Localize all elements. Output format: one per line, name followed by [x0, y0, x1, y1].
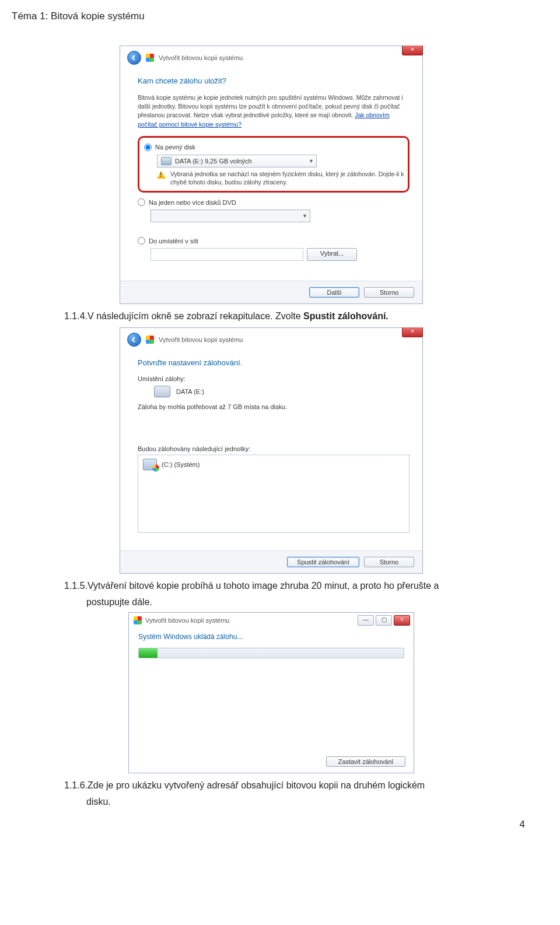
step-1-1-5: 1.1.5.Vytváření bitové kopie probíhá u t… [64, 581, 508, 591]
warning-icon [157, 170, 166, 179]
close-button[interactable]: × [402, 327, 423, 337]
progress-fill [139, 648, 158, 658]
option-hard-disk[interactable]: Na pevný disk [144, 144, 402, 151]
dialog-heading: Kam chcete zálohu uložit? [138, 76, 410, 85]
drive-select-value: DATA (E:) 9,25 GB volných [175, 158, 252, 165]
radio-network[interactable] [138, 237, 145, 245]
chevron-down-icon: ▼ [309, 158, 314, 164]
location-value: DATA (E:) [176, 388, 204, 395]
next-button[interactable]: Další [309, 287, 359, 298]
cancel-button[interactable]: Storno [364, 557, 414, 567]
window-title: Vytvořit bitovou kopii systému [145, 617, 229, 624]
units-listbox: (C:) (Systém) [138, 455, 410, 533]
option-dvd-label: Na jeden nebo více disků DVD [149, 199, 236, 206]
chevron-down-icon: ▼ [302, 213, 307, 219]
windows-flag-icon [146, 54, 154, 62]
warning-text: Vybraná jednotka se nachází na stejném f… [170, 170, 414, 186]
stop-backup-button[interactable]: Zastavit zálohování [326, 756, 405, 767]
radio-dvd[interactable] [138, 198, 145, 206]
step-1-1-4: 1.1.4.V následujícím okně se zobrazí rek… [64, 311, 508, 322]
warning-row: Vybraná jednotka se nachází na stejném f… [157, 170, 414, 186]
location-label: Umístění zálohy: [138, 375, 410, 382]
step-1-1-6: 1.1.6.Zde je pro ukázku vytvořený adresá… [64, 780, 508, 791]
page-number: 4 [12, 819, 525, 830]
radio-hard-disk[interactable] [144, 144, 152, 151]
dvd-select: ▼ [150, 210, 310, 222]
hdd-icon [154, 386, 170, 397]
dialog-info-text: Bitová kopie systému je kopie jednotek n… [138, 93, 410, 129]
cancel-button[interactable]: Storno [364, 287, 414, 298]
units-label: Budou zálohovány následující jednotky: [138, 445, 410, 452]
window-title: Vytvořit bitovou kopii systému [159, 336, 243, 343]
windows-flag-icon [134, 616, 142, 624]
space-estimate: Záloha by mohla potřebovat až 7 GB místa… [138, 403, 410, 410]
highlighted-option: Na pevný disk DATA (E:) 9,25 GB volných … [138, 136, 410, 193]
system-drive-icon [143, 459, 157, 470]
back-button[interactable] [127, 333, 141, 347]
window-title: Vytvořit bitovou kopii systému [159, 54, 243, 61]
dialog-backup-location: × Vytvořit bitovou kopii systému Kam chc… [120, 46, 423, 304]
page-heading: Téma 1: Bitová kopie systému [12, 11, 531, 22]
step-1-1-6b: disku. [86, 797, 531, 807]
maximize-button[interactable]: ▢ [376, 615, 392, 626]
step-1-1-5b: postupujte dále. [86, 597, 531, 608]
drive-select[interactable]: DATA (E:) 9,25 GB volných ▼ [157, 155, 317, 167]
windows-flag-icon [146, 336, 154, 344]
close-button[interactable]: × [402, 46, 423, 55]
option-hard-disk-label: Na pevný disk [155, 144, 195, 151]
arrow-left-icon [131, 337, 137, 343]
unit-c-label: (C:) (Systém) [162, 461, 200, 468]
network-path-input[interactable] [150, 248, 303, 261]
close-button[interactable]: × [394, 615, 410, 626]
start-backup-button[interactable]: Spustit zálohování [287, 557, 359, 567]
progress-bar [138, 648, 404, 658]
option-network[interactable]: Do umístění v síti [138, 237, 410, 245]
back-button[interactable] [127, 51, 141, 65]
dialog-backup-progress: Vytvořit bitovou kopii systému — ▢ × Sys… [128, 612, 414, 773]
minimize-button[interactable]: — [358, 615, 374, 626]
dialog-confirm-backup: × Vytvořit bitovou kopii systému Potvrďt… [120, 327, 423, 574]
option-dvd[interactable]: Na jeden nebo více disků DVD [138, 198, 410, 206]
browse-button[interactable]: Vybrat... [307, 248, 357, 261]
drive-icon [161, 157, 172, 165]
progress-status: Systém Windows ukládá zálohu... [138, 633, 404, 641]
option-network-label: Do umístění v síti [149, 238, 198, 245]
dialog-heading: Potvrďte nastavení zálohování. [138, 358, 410, 367]
arrow-left-icon [131, 55, 137, 61]
